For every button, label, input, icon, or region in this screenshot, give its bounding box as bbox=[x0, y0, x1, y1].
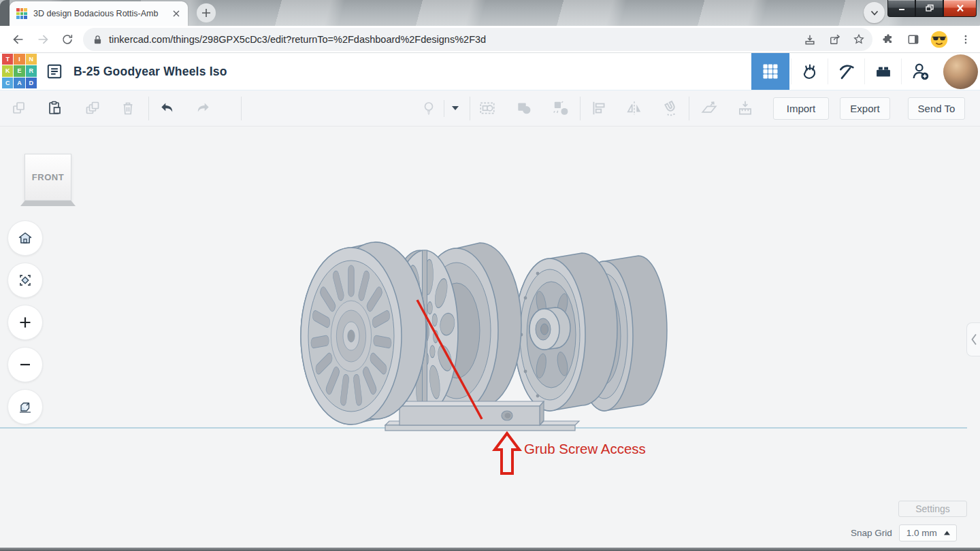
pickaxe-icon bbox=[837, 62, 856, 81]
export-button[interactable]: Export bbox=[840, 97, 890, 120]
delete-button[interactable] bbox=[116, 96, 140, 120]
window-titlebar: 3D design Bodacious Rottis-Amb bbox=[0, 0, 980, 26]
copy-icon bbox=[11, 100, 27, 116]
collaborate-button[interactable] bbox=[902, 53, 938, 90]
share-icon bbox=[828, 33, 842, 46]
align-button[interactable] bbox=[587, 96, 611, 120]
copy-button[interactable] bbox=[7, 96, 31, 120]
import-button[interactable]: Import bbox=[773, 97, 829, 120]
download-button[interactable] bbox=[802, 31, 818, 48]
user-avatar[interactable] bbox=[943, 54, 978, 89]
duplicate-button[interactable] bbox=[80, 96, 105, 120]
show-all-button[interactable] bbox=[416, 96, 441, 120]
group-icon bbox=[515, 99, 533, 117]
grid-icon bbox=[761, 62, 780, 81]
zoom-out-button[interactable] bbox=[7, 347, 43, 382]
lock-icon bbox=[92, 34, 103, 46]
window-bottom-border bbox=[0, 548, 980, 551]
ungroup-icon bbox=[552, 99, 570, 117]
fit-view-button[interactable] bbox=[7, 263, 43, 298]
browser-menu-button[interactable] bbox=[958, 31, 974, 48]
send-to-button[interactable]: Send To bbox=[908, 97, 965, 120]
caret-down-icon bbox=[451, 104, 460, 112]
back-button[interactable] bbox=[8, 29, 29, 50]
tab-search-button[interactable] bbox=[864, 2, 885, 23]
forward-button[interactable] bbox=[33, 29, 53, 50]
duplicate-icon bbox=[84, 100, 101, 116]
3d-viewport[interactable]: Grub Screw Access bbox=[0, 127, 980, 551]
star-icon bbox=[852, 33, 866, 46]
bookmark-button[interactable] bbox=[851, 31, 867, 48]
brick-icon bbox=[874, 62, 893, 81]
chevron-down-icon bbox=[869, 7, 880, 18]
view-3d-button[interactable] bbox=[751, 53, 789, 90]
redo-icon bbox=[194, 99, 212, 117]
back-icon bbox=[11, 32, 26, 47]
minecraft-export-button[interactable] bbox=[828, 53, 865, 90]
align-icon bbox=[590, 99, 608, 117]
annotation-label: Grub Screw Access bbox=[524, 441, 646, 456]
group-button[interactable] bbox=[512, 96, 536, 120]
view-cube-base bbox=[20, 201, 76, 206]
browser-tab[interactable]: 3D design Bodacious Rottis-Amb bbox=[10, 1, 188, 26]
settings-button[interactable]: Settings bbox=[898, 501, 967, 517]
mirror-button[interactable] bbox=[622, 96, 647, 120]
browser-navbar: tinkercad.com/things/298GPX5cDc3/edit?re… bbox=[0, 26, 980, 53]
workplane-icon bbox=[700, 99, 718, 117]
workplane-button[interactable] bbox=[697, 96, 721, 120]
list-icon bbox=[46, 63, 63, 80]
snap-grid-dropdown[interactable]: 1.0 mm bbox=[899, 524, 957, 541]
trash-icon bbox=[120, 100, 136, 116]
design-properties-button[interactable] bbox=[42, 53, 67, 90]
ruler-button[interactable] bbox=[733, 96, 757, 120]
design-title[interactable]: B-25 Goodyear Wheels Iso bbox=[74, 53, 227, 90]
zoom-in-button[interactable] bbox=[7, 305, 43, 340]
shapes-panel-toggle[interactable] bbox=[966, 322, 980, 356]
browser-profile-avatar[interactable] bbox=[930, 30, 949, 49]
plus-icon bbox=[17, 314, 33, 331]
show-all-dropdown[interactable] bbox=[446, 96, 464, 120]
home-view-button[interactable] bbox=[7, 220, 43, 256]
annotation-arrow-up-icon bbox=[495, 433, 519, 473]
lego-export-button[interactable] bbox=[865, 53, 902, 90]
hand-icon bbox=[800, 62, 819, 81]
select-group-button[interactable] bbox=[475, 96, 500, 120]
model-wheel-right[interactable] bbox=[514, 253, 617, 411]
reload-button[interactable] bbox=[57, 29, 78, 50]
home-icon bbox=[17, 230, 33, 246]
selection-group-icon bbox=[478, 99, 496, 117]
restore-icon bbox=[924, 3, 935, 13]
tab-close-icon[interactable] bbox=[170, 7, 182, 20]
forward-icon bbox=[35, 32, 50, 47]
model-wheel-left[interactable] bbox=[301, 242, 426, 424]
ungroup-button[interactable] bbox=[549, 96, 573, 120]
tab-favicon-tinkercad-icon bbox=[16, 8, 27, 19]
sim-lab-button[interactable] bbox=[791, 53, 828, 90]
magnet-icon bbox=[662, 99, 679, 117]
paste-button[interactable] bbox=[42, 96, 67, 120]
minimize-button[interactable] bbox=[887, 0, 915, 17]
side-panel-button[interactable] bbox=[905, 31, 921, 48]
tinkercad-header: TINKERCAD B-25 Goodyear Wheels Iso bbox=[0, 53, 980, 90]
fit-view-icon bbox=[17, 272, 33, 288]
snap-grid-value: 1.0 mm bbox=[906, 528, 937, 538]
new-tab-button[interactable] bbox=[197, 3, 216, 22]
restore-button[interactable] bbox=[915, 0, 943, 17]
undo-button[interactable] bbox=[155, 96, 180, 120]
tinkercad-logo[interactable]: TINKERCAD bbox=[2, 54, 37, 88]
minimize-icon bbox=[896, 3, 907, 13]
view-cube[interactable]: FRONT bbox=[24, 154, 71, 201]
snap-magnet-button[interactable] bbox=[658, 96, 683, 120]
editor-canvas[interactable]: Grub Screw Access FRONT Settings Snap Gr… bbox=[0, 127, 980, 551]
caret-up-icon bbox=[943, 530, 951, 536]
window-corner bbox=[0, 0, 10, 26]
redo-button[interactable] bbox=[191, 96, 215, 120]
share-button[interactable] bbox=[827, 31, 843, 48]
address-bar[interactable]: tinkercad.com/things/298GPX5cDc3/edit?re… bbox=[83, 28, 872, 51]
close-button[interactable] bbox=[943, 0, 977, 17]
url-text: tinkercad.com/things/298GPX5cDc3/edit?re… bbox=[109, 34, 486, 45]
extensions-button[interactable] bbox=[880, 31, 896, 48]
window-controls bbox=[887, 0, 977, 17]
snap-grid-control: Snap Grid 1.0 mm bbox=[851, 524, 957, 541]
perspective-toggle-button[interactable] bbox=[7, 389, 43, 424]
